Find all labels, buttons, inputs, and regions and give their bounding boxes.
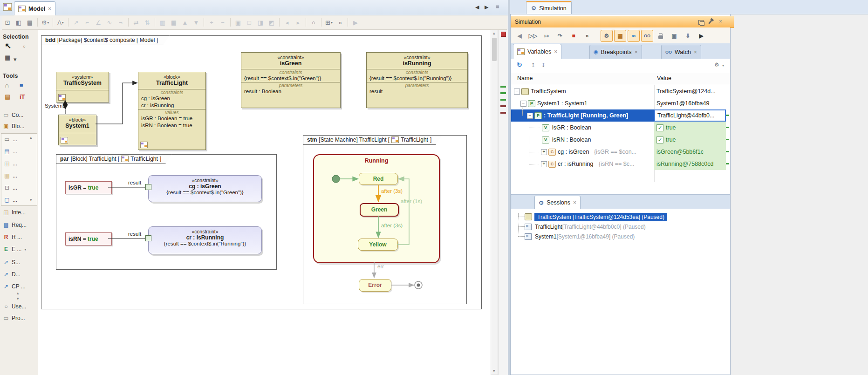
- minus-icon[interactable]: −: [217, 17, 228, 27]
- rect-line-icon[interactable]: ⌐: [82, 17, 93, 27]
- stm-frame-header[interactable]: stm [State Machine] TrafficLight [ Traff…: [303, 135, 442, 145]
- diagram-list-icon[interactable]: ≡: [496, 3, 499, 10]
- sidebar-item-common[interactable]: ▭ Co...: [3, 112, 23, 118]
- watch-toggle-icon[interactable]: OO: [641, 30, 653, 42]
- magnet-tool-icon[interactable]: ∩: [5, 82, 9, 89]
- green-marker[interactable]: [726, 163, 729, 164]
- constraint-expression[interactable]: {result == $context$.in("Green")}: [241, 75, 340, 82]
- swap-vertical-icon[interactable]: ⇅: [142, 17, 153, 27]
- green-state[interactable]: Green: [360, 203, 399, 217]
- step-over-icon[interactable]: ↷: [554, 30, 566, 42]
- constraint-parameter[interactable]: result: [367, 88, 467, 95]
- sidebar-item-profile[interactable]: ▭ Pro...: [3, 315, 25, 321]
- table-row[interactable]: + C cg : isGreen {isGR == $con... isGree…: [511, 146, 730, 158]
- session-item-selected[interactable]: TrafficSystem [TrafficSystem@124d53ea] (…: [525, 212, 667, 222]
- green-marker[interactable]: [726, 115, 729, 116]
- result-parameter-label[interactable]: result: [128, 180, 141, 185]
- diagram-shortcut-icon[interactable]: [61, 137, 68, 143]
- green-marker[interactable]: [726, 151, 729, 152]
- refresh-icon[interactable]: ↻: [517, 61, 522, 68]
- publish-icon[interactable]: ▤: [24, 17, 35, 27]
- expand-expander[interactable]: +: [541, 161, 547, 167]
- scroll-down-icon[interactable]: ▾: [17, 296, 19, 301]
- result-parameter-label[interactable]: result: [128, 231, 141, 237]
- zoom-icon[interactable]: ○: [308, 17, 319, 27]
- scroll-down-icon[interactable]: ▾: [493, 368, 495, 373]
- table-row-selected[interactable]: − P : TrafficLight [Running, Green] Traf…: [511, 109, 730, 122]
- traffic-light-block[interactable]: «block» TrafficLight constraints cg : is…: [138, 72, 206, 150]
- oblique-line-icon[interactable]: ∠: [93, 17, 104, 27]
- checkbox-checked-icon[interactable]: ✓: [656, 136, 663, 143]
- close-panel-icon[interactable]: ×: [719, 18, 722, 25]
- transition-label-green-yellow[interactable]: after (3s): [381, 223, 403, 228]
- forward-run-icon[interactable]: ▶: [350, 17, 361, 27]
- sidebar-item-cp[interactable]: ↗ CP ...: [3, 283, 26, 290]
- simulation-options-icon[interactable]: ⚙: [601, 30, 613, 42]
- model-document-tab[interactable]: Model ×: [14, 1, 55, 15]
- scroll-up-icon[interactable]: ▴: [30, 135, 32, 140]
- animation-back-icon[interactable]: ◀: [513, 30, 526, 42]
- isgreen-constraint-block[interactable]: «constraint» isGreen constraints {result…: [241, 52, 341, 108]
- copy-icon[interactable]: ▥: [157, 17, 168, 27]
- green-marker[interactable]: [500, 99, 506, 101]
- line-style-icon[interactable]: ↗: [70, 17, 82, 27]
- sidebar-item-derive[interactable]: ↗ D...: [3, 271, 21, 278]
- isgr-binding[interactable]: isGR = true: [65, 181, 112, 194]
- table-row[interactable]: V isGR : Boolean ✓true: [511, 122, 730, 134]
- more-icon[interactable]: ▶: [695, 30, 707, 42]
- sidebar-item-usecase[interactable]: ○ Use...: [3, 303, 26, 310]
- session-item[interactable]: System1 [System1@16bfba49] (Paused): [525, 232, 635, 241]
- palette-tool-item[interactable]: ◫ ...: [4, 160, 17, 167]
- isrunning-constraint-block[interactable]: «constraint» isRunning constraints {resu…: [366, 52, 468, 108]
- close-tab-icon[interactable]: ×: [635, 49, 638, 55]
- corner-line-icon[interactable]: ¬: [115, 17, 126, 27]
- tab-watch[interactable]: OO Watch ×: [661, 45, 701, 59]
- font-style-icon[interactable]: A▾: [55, 17, 66, 27]
- collapse-all-icon[interactable]: ↧: [541, 62, 546, 68]
- checkbox-checked-icon[interactable]: ✓: [656, 124, 663, 131]
- simulation-dock-tab[interactable]: ⚙ Simulation: [526, 1, 572, 14]
- cg-result-port[interactable]: [145, 184, 151, 190]
- text-tool-icon[interactable]: iT: [20, 93, 25, 100]
- constraint-expression[interactable]: {result == $context$.in("Running")}: [367, 75, 467, 82]
- column-header-name[interactable]: Name: [517, 75, 533, 82]
- green-marker[interactable]: [500, 86, 506, 88]
- table-settings-gear-icon[interactable]: ⚙: [714, 61, 719, 68]
- save-snapshot-icon[interactable]: ▣: [668, 30, 680, 42]
- swap-horizontal-icon[interactable]: ⇄: [130, 17, 142, 27]
- scroll-up-icon[interactable]: ▴: [493, 31, 495, 35]
- diagram-canvas[interactable]: bdd [Package] $context$ composite [ Mode…: [38, 30, 491, 375]
- nudge-right-icon[interactable]: ▸: [293, 17, 304, 27]
- previous-diagram-icon[interactable]: ◀: [475, 4, 479, 10]
- lock-icon[interactable]: [655, 30, 667, 42]
- error-marker-icon[interactable]: [501, 32, 506, 37]
- table-row[interactable]: − TrafficSystem TrafficSystem@124d...: [511, 85, 730, 97]
- dropdown-icon[interactable]: ▾: [722, 63, 724, 68]
- traffic-system-block[interactable]: «system» TrafficSystem: [56, 72, 109, 102]
- bdd-frame-header[interactable]: bdd [Package] $context$ composite [ Mode…: [41, 35, 170, 45]
- transition-label-yellow-red[interactable]: after (1s): [401, 198, 422, 204]
- pin-icon[interactable]: [710, 20, 711, 24]
- paste-icon[interactable]: ▦: [168, 17, 179, 27]
- sidebar-item-block[interactable]: ▣ Blo...: [3, 123, 24, 130]
- close-tab-icon[interactable]: ×: [554, 48, 557, 55]
- ungroup-icon[interactable]: □: [244, 17, 255, 27]
- overflow-icon[interactable]: »: [335, 17, 346, 27]
- palette-tool-item[interactable]: ⊡ ...: [4, 184, 17, 191]
- column-header-value[interactable]: Value: [657, 75, 671, 82]
- close-tab-icon[interactable]: ×: [573, 199, 576, 206]
- green-marker[interactable]: [726, 127, 729, 128]
- diagram-shortcut-icon[interactable]: [140, 142, 148, 148]
- float-window-icon[interactable]: [698, 20, 704, 25]
- terminate-icon[interactable]: ■: [567, 30, 580, 42]
- transition-label-err[interactable]: err: [377, 264, 384, 269]
- session-item[interactable]: TrafficLight [TrafficLight@44bfb0c0] (Pa…: [525, 222, 646, 232]
- export-icon[interactable]: ⇓: [682, 30, 694, 42]
- collapse-expander[interactable]: −: [520, 101, 526, 107]
- scrollbar-thumb[interactable]: [492, 38, 497, 61]
- red-marker[interactable]: [500, 112, 506, 114]
- bring-front-icon[interactable]: ◨: [255, 17, 266, 27]
- cg-constraint-node[interactable]: «constraint» cg : isGreen {result == $co…: [148, 175, 262, 202]
- simulation-title-bar[interactable]: Simulation ×: [511, 16, 734, 28]
- palette-tool-item[interactable]: ▤ ...: [4, 148, 17, 155]
